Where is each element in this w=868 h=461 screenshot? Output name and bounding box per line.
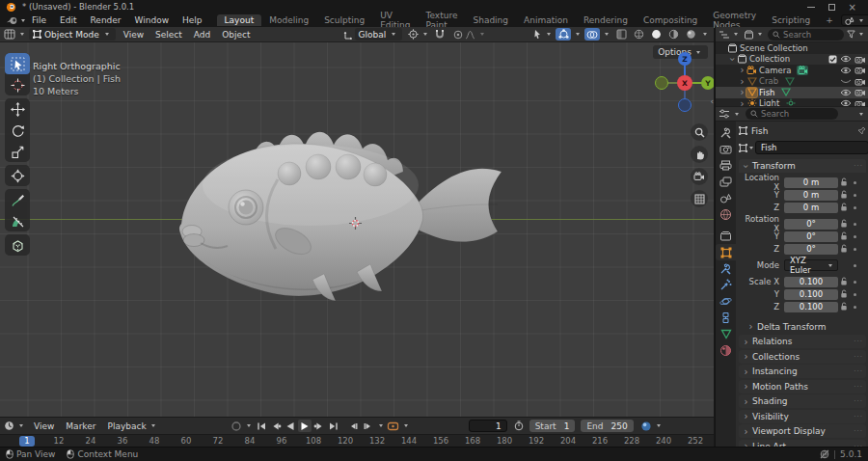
- gizmo-y-handle[interactable]: Y: [701, 76, 714, 90]
- ruler-number[interactable]: 84: [236, 436, 263, 446]
- camera-restrict-toggle[interactable]: [854, 88, 866, 96]
- value-field[interactable]: 0°: [784, 244, 838, 255]
- eye-open-toggle[interactable]: [840, 67, 852, 74]
- menu-edit[interactable]: Edit: [53, 15, 83, 25]
- tool-add-cube[interactable]: [5, 234, 30, 256]
- panel-relations[interactable]: ›Relations···: [739, 335, 866, 348]
- animate-dot[interactable]: [850, 281, 859, 284]
- outliner-search-input[interactable]: [783, 30, 839, 40]
- properties-search[interactable]: [746, 108, 838, 120]
- pin-id-icon[interactable]: [857, 126, 866, 135]
- xray-toggle[interactable]: [613, 28, 629, 41]
- animate-dot[interactable]: [850, 181, 859, 184]
- animate-dot[interactable]: [850, 194, 859, 197]
- viewport-menu-select[interactable]: Select: [149, 30, 188, 40]
- object-browse-dropdown-icon[interactable]: [749, 143, 753, 152]
- properties-tab-physics[interactable]: [716, 293, 736, 310]
- ruler-number[interactable]: 120: [332, 436, 359, 446]
- animate-dot[interactable]: [850, 206, 859, 209]
- animate-dot[interactable]: [850, 306, 859, 309]
- ruler-number[interactable]: 108: [300, 436, 327, 446]
- value-field[interactable]: 0.100: [784, 277, 838, 287]
- ruler-number[interactable]: 216: [586, 436, 613, 446]
- navigation-gizmo[interactable]: Z Y X: [652, 52, 714, 118]
- object-name-input[interactable]: [755, 141, 868, 154]
- fish-model[interactable]: [166, 116, 513, 323]
- record-button[interactable]: [230, 420, 243, 432]
- tool-scale[interactable]: [5, 141, 30, 162]
- prev-key-button[interactable]: [269, 420, 283, 432]
- close-button[interactable]: ×: [849, 4, 856, 11]
- viewport-menu-add[interactable]: Add: [188, 30, 216, 40]
- value-field[interactable]: 0 m: [784, 190, 838, 201]
- ruler-number[interactable]: 240: [650, 436, 677, 446]
- transform-panel-header[interactable]: › Transform ···: [739, 159, 866, 173]
- tool-annotate[interactable]: [5, 189, 30, 210]
- camera-restrict-toggle[interactable]: [854, 66, 866, 74]
- frame-end-field[interactable]: End250: [581, 420, 633, 432]
- ruler-number[interactable]: 12: [45, 436, 72, 446]
- properties-tab-object-data[interactable]: [716, 326, 736, 342]
- outliner-row-collection[interactable]: ›Collection: [716, 54, 868, 66]
- panel-motion-paths[interactable]: ›Motion Paths···: [739, 380, 866, 393]
- camera-restrict-toggle[interactable]: [854, 77, 866, 86]
- dropdown-arrow-icon[interactable]: [376, 421, 386, 431]
- lock-icon[interactable]: [838, 302, 850, 312]
- checkbox-toggle[interactable]: [828, 55, 837, 64]
- tool-transform[interactable]: [5, 165, 30, 186]
- ruler-number[interactable]: 144: [395, 436, 422, 446]
- ruler-number[interactable]: 168: [459, 436, 486, 446]
- animate-dot[interactable]: [850, 293, 859, 296]
- jump-start-button[interactable]: [255, 420, 268, 432]
- current-frame-field[interactable]: 1: [469, 420, 507, 432]
- ruler-number[interactable]: 132: [364, 436, 391, 446]
- expand-icon[interactable]: ›: [738, 76, 746, 87]
- selectability-visibility-icon[interactable]: [532, 29, 542, 40]
- properties-tab-output[interactable]: [716, 157, 736, 174]
- timeline-menu-playback[interactable]: Playback: [101, 421, 163, 431]
- eye-open-toggle[interactable]: [840, 55, 852, 63]
- blender-menu-logo-icon[interactable]: [4, 16, 21, 25]
- shading-solid-button[interactable]: [648, 28, 664, 41]
- tool-measure[interactable]: [5, 210, 30, 231]
- timeline-editor-icon[interactable]: [4, 420, 14, 431]
- proportional-editing-icon[interactable]: [453, 30, 463, 40]
- keying-set-button[interactable]: [387, 420, 400, 432]
- value-field[interactable]: 0°: [784, 219, 838, 230]
- play-button[interactable]: [298, 420, 312, 432]
- delta-transform-subpanel[interactable]: › Delta Transform: [746, 320, 866, 333]
- panel-visibility[interactable]: ›Visibility···: [739, 410, 866, 423]
- shading-rendered-button[interactable]: [683, 28, 698, 41]
- ruler-number[interactable]: 180: [491, 436, 518, 446]
- properties-tab-scene[interactable]: [716, 190, 736, 206]
- workspace-tab-sculpting[interactable]: Sculpting: [316, 14, 372, 26]
- value-field[interactable]: 0 m: [784, 177, 838, 188]
- menu-help[interactable]: Help: [176, 15, 209, 25]
- lock-icon[interactable]: [838, 244, 850, 254]
- workspace-tab--[interactable]: +: [818, 14, 841, 26]
- eye-closed-toggle[interactable]: [840, 77, 852, 85]
- value-field[interactable]: 0 m: [784, 203, 838, 213]
- menu-window[interactable]: Window: [128, 15, 176, 25]
- play-reverse-button[interactable]: [284, 420, 297, 432]
- ruler-number[interactable]: 48: [141, 436, 168, 446]
- rotation-mode-dropdown[interactable]: XYZ Euler: [784, 259, 838, 271]
- properties-tab-particles[interactable]: [716, 277, 736, 293]
- ruler-number[interactable]: 36: [109, 436, 136, 446]
- ruler-number[interactable]: 252: [682, 436, 709, 446]
- editor-type-icon[interactable]: [4, 29, 15, 40]
- panel-collections[interactable]: ›Collections···: [739, 350, 866, 364]
- tool-select-box[interactable]: [5, 53, 30, 74]
- panel-viewport-display[interactable]: ›Viewport Display···: [739, 424, 866, 438]
- workspace-tab-scripting[interactable]: Scripting: [764, 14, 818, 26]
- camera-restrict-toggle[interactable]: [854, 55, 866, 64]
- eye-open-toggle[interactable]: [840, 99, 852, 106]
- snap-target-icon[interactable]: [408, 29, 419, 40]
- outliner-search[interactable]: [768, 29, 844, 41]
- outliner-display-mode-icon[interactable]: [719, 30, 730, 40]
- minimize-button[interactable]: [807, 7, 815, 8]
- animate-dot[interactable]: [850, 235, 859, 238]
- gizmo-neg-y-handle[interactable]: [655, 76, 668, 90]
- ruler-number[interactable]: 96: [268, 436, 295, 446]
- lock-icon[interactable]: [838, 203, 850, 212]
